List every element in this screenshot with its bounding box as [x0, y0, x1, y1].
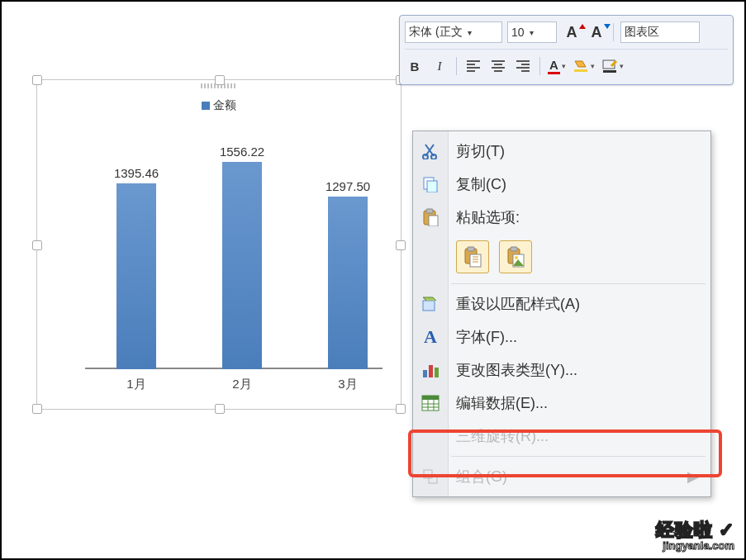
- svg-rect-0: [574, 69, 587, 72]
- font-name-combo[interactable]: 宋体 (正文▾: [405, 21, 502, 43]
- shape-fill-button[interactable]: ▾: [572, 55, 596, 77]
- chart-panel[interactable]: 金额 1395.46 1月 1556.22 2月 1297.50 3月: [36, 79, 402, 410]
- chart-area-value: 图表区: [625, 25, 659, 40]
- menu-rotate-3d: 三维旋转(R)...: [413, 420, 710, 453]
- chart-area-combo[interactable]: 图表区: [620, 21, 700, 43]
- font-color-button[interactable]: A▾: [547, 55, 567, 77]
- svg-rect-24: [429, 475, 437, 483]
- italic-button[interactable]: I: [430, 55, 449, 77]
- bar-2-label: 1556.22: [209, 145, 275, 159]
- svg-rect-9: [429, 216, 438, 226]
- paste-options-row: [413, 234, 710, 280]
- menu-reset-style-label: 重设以匹配样式(A): [456, 294, 580, 314]
- italic-label: I: [438, 59, 442, 74]
- menu-change-chart-type-label: 更改图表类型(Y)...: [456, 360, 577, 380]
- resize-handle[interactable]: [396, 240, 406, 250]
- menu-font[interactable]: A 字体(F)...: [413, 320, 710, 354]
- svg-rect-23: [424, 470, 432, 478]
- svg-rect-6: [427, 181, 437, 192]
- separator: [456, 57, 457, 75]
- separator: [613, 23, 614, 41]
- chevron-down-icon: ▾: [591, 62, 595, 70]
- menu-group-label: 组合(G): [456, 467, 507, 486]
- menu-rotate-3d-label: 三维旋转(R)...: [456, 426, 549, 446]
- align-center-button[interactable]: [488, 55, 508, 77]
- cut-icon: [420, 140, 441, 162]
- chevron-down-icon: ▾: [530, 28, 534, 37]
- chart-plot-area[interactable]: 1395.46 1月 1556.22 2月 1297.50 3月: [85, 130, 383, 369]
- bar-2[interactable]: [222, 162, 262, 369]
- reset-style-icon: [420, 293, 441, 315]
- menu-edit-data[interactable]: 编辑数据(E)...: [413, 387, 710, 420]
- rotate-3d-icon: [420, 425, 441, 447]
- bar-1-label: 1395.46: [103, 166, 169, 180]
- paste-keep-formatting[interactable]: [456, 240, 489, 273]
- align-left-button[interactable]: [463, 55, 483, 77]
- resize-handle[interactable]: [396, 404, 406, 414]
- resize-handle[interactable]: [32, 240, 42, 250]
- separator: [539, 57, 540, 75]
- chart-legend: 金额: [37, 98, 401, 113]
- grow-font-button[interactable]: A: [562, 21, 582, 43]
- context-menu: 剪切(T) 复制(C) 粘贴选项: 重设以匹配样式(A) A 字体(F)... …: [412, 131, 711, 497]
- font-name-value: 宋体 (正文: [409, 25, 463, 40]
- svg-rect-22: [422, 396, 439, 400]
- svg-point-3: [423, 154, 428, 159]
- bar-1[interactable]: [116, 183, 156, 369]
- group-icon: [420, 466, 441, 487]
- align-right-button[interactable]: [513, 55, 533, 77]
- chevron-down-icon: ▾: [620, 62, 624, 70]
- menu-group: 组合(G) ▶: [413, 460, 710, 493]
- svg-rect-2: [603, 70, 616, 73]
- svg-rect-17: [423, 301, 435, 311]
- svg-rect-18: [423, 370, 427, 377]
- menu-reset-style[interactable]: 重设以匹配样式(A): [413, 287, 710, 320]
- submenu-arrow-icon: ▶: [687, 467, 699, 486]
- menu-copy[interactable]: 复制(C): [413, 168, 710, 201]
- bar-3[interactable]: [328, 197, 368, 369]
- font-size-combo[interactable]: 10▾: [507, 21, 557, 43]
- svg-rect-19: [429, 365, 433, 377]
- check-icon: ✓: [719, 520, 734, 540]
- menu-change-chart-type[interactable]: 更改图表类型(Y)...: [413, 354, 710, 387]
- shrink-font-button[interactable]: A: [587, 21, 606, 43]
- resize-handle[interactable]: [32, 75, 42, 85]
- svg-rect-20: [435, 368, 439, 377]
- font-size-value: 10: [511, 26, 525, 39]
- bar-3-label: 1297.50: [315, 179, 381, 193]
- menu-paste-options-header: 粘贴选项:: [413, 201, 710, 234]
- watermark-text: 经验啦: [656, 520, 713, 540]
- svg-rect-11: [468, 247, 474, 251]
- paste-as-picture[interactable]: [499, 240, 532, 273]
- menu-cut[interactable]: 剪切(T): [413, 135, 710, 168]
- mini-toolbar: 宋体 (正文▾ 10▾ A A 图表区 B I A▾ ▾ ▾: [399, 15, 734, 85]
- menu-copy-label: 复制(C): [456, 174, 506, 194]
- paste-icon: [420, 206, 441, 228]
- resize-handle[interactable]: [215, 75, 225, 85]
- svg-rect-14: [511, 247, 517, 251]
- chart-type-icon: [420, 359, 441, 381]
- legend-label: 金额: [213, 98, 236, 112]
- resize-handle[interactable]: [32, 404, 42, 414]
- watermark-url: jingyanla.com: [656, 539, 734, 552]
- cat-3-label: 3月: [323, 377, 373, 392]
- menu-separator: [451, 283, 706, 284]
- chevron-down-icon: ▾: [468, 28, 472, 37]
- menu-separator: [451, 456, 706, 457]
- svg-point-16: [515, 256, 518, 259]
- svg-rect-12: [470, 254, 481, 267]
- legend-swatch: [202, 102, 210, 110]
- resize-handle[interactable]: [215, 404, 225, 414]
- menu-cut-label: 剪切(T): [456, 141, 505, 161]
- menu-paste-options-label: 粘贴选项:: [456, 207, 520, 227]
- menu-edit-data-label: 编辑数据(E)...: [456, 393, 548, 413]
- chevron-down-icon: ▾: [562, 62, 566, 70]
- edit-data-icon: [420, 392, 441, 414]
- watermark: 经验啦 ✓ jingyanla.com: [656, 518, 734, 552]
- shape-outline-button[interactable]: ▾: [601, 55, 625, 77]
- bold-button[interactable]: B: [405, 55, 425, 77]
- font-icon: A: [420, 326, 441, 348]
- svg-rect-8: [426, 209, 433, 213]
- menu-font-label: 字体(F)...: [456, 327, 517, 347]
- svg-point-4: [431, 154, 436, 159]
